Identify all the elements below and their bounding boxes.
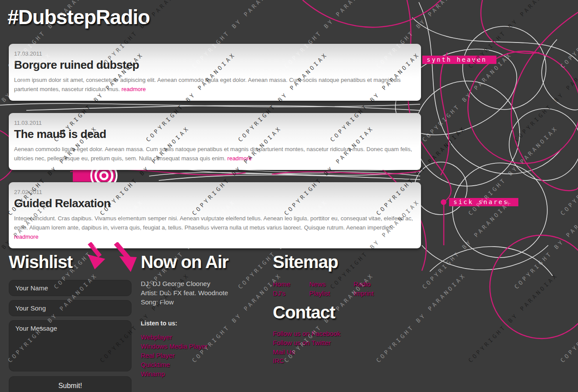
irc-link[interactable]: IRC (273, 357, 413, 366)
news-body: Lorem ipsum dolor sit amet, consectetuer… (14, 75, 414, 94)
player-links: Webplayer Windows Media Player Real Play… (141, 332, 268, 378)
listen-heading: Listen to us: (141, 320, 268, 327)
dj-line: DJ: DJ George Clooney (141, 279, 268, 288)
realplayer-link[interactable]: Real Player (141, 351, 268, 360)
now-on-air-heading: Now on Air (141, 252, 268, 272)
sitemap-heading: Sitemap (273, 252, 413, 272)
news-date: 17.03.2011 (14, 50, 414, 57)
webplayer-link[interactable]: Webplayer (141, 332, 268, 342)
contact-links: Follow us on Facebook Follow us on Twitt… (273, 329, 413, 366)
news-date: 11.03.2011 (14, 120, 414, 126)
news-card: 11.03.2011 The mau5 is dead Aenean commo… (9, 113, 421, 170)
wishlist-form: Submit! (9, 280, 132, 392)
now-playing-info: DJ: DJ George Clooney Artist: Dub FX fea… (141, 279, 268, 307)
wishlist-section: Wishlist Submit! (9, 252, 132, 392)
winamp-link[interactable]: Winamp (141, 369, 268, 378)
sitemap-link-news[interactable]: News (309, 279, 353, 289)
news-card: 17.03.2011 Borgore ruined dubstep Lorem … (9, 44, 421, 101)
sitemap-links: Home News Radio DJ's Playlist Imprint (273, 279, 413, 298)
wmp-link[interactable]: Windows Media Player (141, 342, 268, 351)
news-title: Guided Relaxation (14, 197, 414, 210)
readmore-link[interactable]: readmore (121, 86, 146, 92)
quicktime-link[interactable]: Quicktime (141, 360, 268, 369)
news-title: Borgore ruined dubstep (14, 58, 414, 72)
sitemap-link-playlist[interactable]: Playlist (309, 289, 353, 298)
song-line: Song: Flow (141, 297, 268, 307)
sitemap-link-home[interactable]: Home (273, 279, 309, 289)
twitter-link[interactable]: Follow us on Twitter (273, 339, 413, 348)
now-on-air-section: Now on Air DJ: DJ George Clooney Artist:… (141, 252, 268, 378)
readmore-link[interactable]: readmore (227, 155, 252, 162)
tag-synth-heaven: synth heaven (422, 56, 496, 64)
sitemap-link-radio[interactable]: Radio (353, 279, 413, 289)
tag-dot (441, 199, 446, 205)
news-body: Integer tincidunt. Cras dapibus. Vivamus… (14, 214, 414, 241)
submit-button[interactable]: Submit! (9, 376, 132, 392)
news-list: 17.03.2011 Borgore ruined dubstep Lorem … (9, 44, 421, 261)
sitemap-link-djs[interactable]: DJ's (273, 289, 309, 298)
sitemap-link-imprint[interactable]: Imprint (353, 289, 413, 298)
news-card: 27.02.2011 Guided Relaxation Integer tin… (9, 182, 421, 248)
news-title: The mau5 is dead (14, 127, 414, 141)
artist-line: Artist: Dub FX feat. Woodnote (141, 288, 268, 297)
message-textarea[interactable] (9, 320, 132, 371)
name-input[interactable] (9, 280, 132, 296)
mail-link[interactable]: Mail Us (273, 348, 413, 357)
readmore-link[interactable]: readmore (14, 233, 39, 240)
facebook-link[interactable]: Follow us on Facebook (273, 329, 413, 339)
news-body: Aenean commodo ligula eget dolor. Aenean… (14, 145, 414, 163)
song-input[interactable] (9, 300, 132, 316)
news-date: 27.02.2011 (14, 189, 414, 195)
tag-sick-snares: sick snares (449, 198, 518, 206)
wishlist-heading: Wishlist (9, 252, 132, 272)
contact-heading: Contact (273, 303, 413, 322)
page-title: #DubstepRadio (7, 5, 150, 29)
sitemap-contact-column: Sitemap Home News Radio DJ's Playlist Im… (273, 252, 413, 366)
